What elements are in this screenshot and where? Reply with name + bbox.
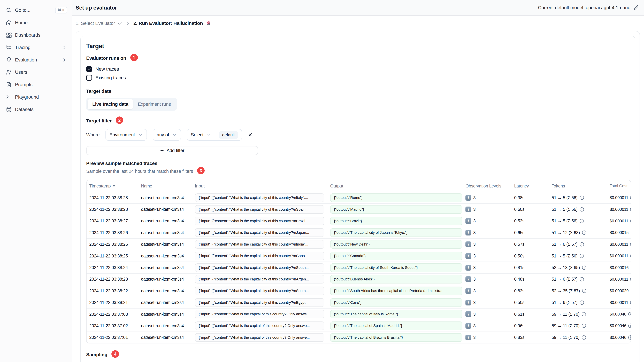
- table-row[interactable]: 2024-11-22 03:38:26 dataset-run-item-cm3…: [86, 238, 631, 250]
- cell-input[interactable]: {"input":[{"content":"What is the capita…: [195, 298, 324, 307]
- sidebar-item-datasets[interactable]: Datasets: [0, 103, 72, 116]
- col-timestamp[interactable]: Timestamp: [89, 183, 141, 189]
- info-icon: [582, 230, 587, 235]
- cell-input[interactable]: {"input":[{"content":"What is the capita…: [195, 310, 324, 319]
- sidebar-item-evaluation[interactable]: Evaluation: [0, 54, 72, 66]
- cell-observation-count: 3: [473, 242, 476, 247]
- table-row[interactable]: 2024-11-22 03:38:26 dataset-run-item-cm3…: [86, 227, 631, 238]
- cell-timestamp: 2024-11-22 03:38:27: [89, 218, 141, 223]
- cell-input[interactable]: {"input":[{"content":"What is the capita…: [195, 263, 324, 272]
- table-row[interactable]: 2024-11-22 03:38:21 dataset-run-item-cm3…: [86, 297, 631, 308]
- cell-timestamp: 2024-11-22 03:38:26: [89, 242, 141, 247]
- info-icon: [579, 218, 584, 224]
- cell-input[interactable]: {"input":[{"content":"What is the capita…: [195, 333, 324, 342]
- step-done-icon: [118, 21, 122, 26]
- table-row[interactable]: 2024-11-22 03:37:02 dataset-run-item-cm3…: [86, 320, 631, 331]
- cell-total-cost: $0.000011: [610, 300, 628, 305]
- cell-input[interactable]: {"input":[{"content":"What is the capita…: [195, 240, 324, 249]
- sidebar-item-tracing[interactable]: Tracing: [0, 41, 72, 54]
- table-row[interactable]: 2024-11-22 03:38:28 dataset-run-item-cm3…: [86, 192, 631, 203]
- cell-output[interactable]: {"output":"The capital city of Japan is …: [330, 228, 462, 237]
- users-icon: [6, 69, 12, 75]
- info-icon: [628, 323, 631, 328]
- table-row[interactable]: 2024-11-22 03:37:01 dataset-run-item-cm3…: [86, 332, 631, 343]
- cell-observation-count: 3: [473, 207, 476, 212]
- cell-input[interactable]: {"input":[{"content":"What is the capita…: [195, 275, 324, 284]
- cell-input[interactable]: {"input":[{"content":"What is the capita…: [195, 287, 324, 295]
- preview-traces-table: Timestamp Name Input Output Observation …: [86, 180, 631, 344]
- observation-level-icon: i: [466, 253, 471, 259]
- sidebar-item-prompts[interactable]: Prompts: [0, 78, 72, 91]
- cell-tokens: 59 → 11 (Σ 70): [552, 335, 580, 340]
- chevron-right-icon: [125, 21, 130, 26]
- cell-input[interactable]: {"input":[{"content":"What is the capita…: [195, 205, 324, 214]
- add-filter-button[interactable]: Add filter: [86, 146, 258, 155]
- cell-output[interactable]: {"output":"Cairo"}: [330, 298, 462, 307]
- observation-level-icon: i: [466, 265, 471, 271]
- table-row[interactable]: 2024-11-22 03:38:27 dataset-run-item-cm3…: [86, 215, 631, 227]
- cell-output[interactable]: {"output":"The capital city of South Kor…: [330, 263, 462, 272]
- cell-latency: 0.48s: [512, 277, 549, 282]
- col-tokens[interactable]: Tokens: [549, 184, 607, 188]
- cell-input[interactable]: {"input":[{"content":"What is the capita…: [195, 228, 324, 237]
- cell-output[interactable]: {"output":"The capital of Italy is Rome.…: [330, 310, 462, 319]
- filter-column-select[interactable]: Environment: [106, 129, 147, 141]
- cell-output[interactable]: {"output":"South Africa has three capita…: [330, 287, 462, 295]
- cell-input[interactable]: {"input":[{"content":"What is the capita…: [195, 322, 324, 330]
- cell-input[interactable]: {"input":[{"content":"What is the capita…: [195, 217, 324, 225]
- sidebar-item-home[interactable]: Home: [0, 16, 72, 29]
- col-observation-levels[interactable]: Observation Levels: [464, 184, 512, 188]
- cell-output[interactable]: {"output":"Buenos Aires"}: [330, 275, 462, 284]
- filter-value-select[interactable]: Select default: [187, 129, 242, 141]
- sidebar: Go to... ⌘ K Home Dashboards Tracing Eva…: [0, 0, 72, 362]
- filter-operator-select[interactable]: any of: [153, 129, 181, 141]
- cell-output[interactable]: {"output":"The capital of Brazil is Bras…: [330, 333, 462, 342]
- existing-traces-checkbox[interactable]: [86, 75, 92, 81]
- cell-input[interactable]: {"input":[{"content":"What is the capita…: [195, 193, 324, 202]
- goto-search[interactable]: Go to... ⌘ K: [0, 4, 72, 16]
- cell-total-cost: $0.000016: [610, 265, 629, 270]
- col-name[interactable]: Name: [141, 184, 192, 188]
- table-row[interactable]: 2024-11-22 03:38:22 dataset-run-item-cm3…: [86, 285, 631, 297]
- sidebar-item-dashboards[interactable]: Dashboards: [0, 29, 72, 41]
- cell-output[interactable]: {"output":"The capital of Spain is Madri…: [330, 322, 462, 330]
- col-latency[interactable]: Latency: [512, 184, 549, 188]
- tab-live-tracing-data[interactable]: Live tracing data: [88, 99, 133, 109]
- chevron-down-icon: [206, 132, 211, 137]
- table-row[interactable]: 2024-11-22 03:37:03 dataset-run-item-cm3…: [86, 308, 631, 320]
- sidebar-item-users[interactable]: Users: [0, 66, 72, 78]
- goto-shortcut: ⌘ K: [55, 7, 67, 13]
- cell-output[interactable]: {"output":"Rome"}: [330, 193, 462, 202]
- remove-filter-button[interactable]: [248, 132, 253, 137]
- col-total-cost[interactable]: Total Cost: [607, 184, 631, 188]
- new-traces-checkbox[interactable]: [86, 66, 92, 72]
- edit-model-icon[interactable]: [634, 5, 638, 10]
- step-1-label: 1. Select Evaluator: [76, 20, 115, 26]
- cell-observation-count: 3: [473, 254, 476, 259]
- sidebar-item-playground[interactable]: Playground: [0, 91, 72, 103]
- cell-output[interactable]: {"output":"New Delhi"}: [330, 240, 462, 249]
- info-icon: [630, 253, 631, 259]
- cell-output[interactable]: {"output":"Brazil"}: [330, 217, 462, 225]
- table-row[interactable]: 2024-11-22 03:38:24 dataset-run-item-cm3…: [86, 262, 631, 273]
- topbar: Set up evaluator Current default model: …: [72, 0, 644, 16]
- table-row[interactable]: 2024-11-22 03:38:25 dataset-run-item-cm3…: [86, 250, 631, 262]
- target-section-card: Target Evaluator runs on 1 New tracesExi…: [80, 36, 635, 362]
- tab-experiment-runs[interactable]: Experiment runs: [133, 99, 176, 109]
- checkbox-label: New traces: [96, 66, 119, 72]
- table-row[interactable]: 2024-11-22 03:38:23 dataset-run-item-cm3…: [86, 273, 631, 285]
- dashboard-icon: [6, 32, 12, 38]
- cell-output[interactable]: {"output":"Madrid"}: [330, 205, 462, 214]
- cell-output[interactable]: {"output":"Canada"}: [330, 252, 462, 260]
- cell-total-cost: $0.000011: [610, 195, 628, 200]
- default-model-label: Current default model: openai / gpt-4.1-…: [538, 5, 630, 10]
- cell-input[interactable]: {"input":[{"content":"What is the capita…: [195, 252, 324, 260]
- table-row[interactable]: 2024-11-22 03:38:28 dataset-run-item-cm3…: [86, 203, 631, 215]
- col-input[interactable]: Input: [192, 183, 327, 189]
- col-output[interactable]: Output: [327, 183, 464, 189]
- info-icon: [630, 242, 631, 247]
- cell-timestamp: 2024-11-22 03:38:26: [89, 230, 141, 235]
- step-1[interactable]: 1. Select Evaluator: [76, 20, 122, 26]
- cell-latency: 0.83s: [512, 289, 549, 293]
- cell-latency: 0.53s: [512, 218, 549, 223]
